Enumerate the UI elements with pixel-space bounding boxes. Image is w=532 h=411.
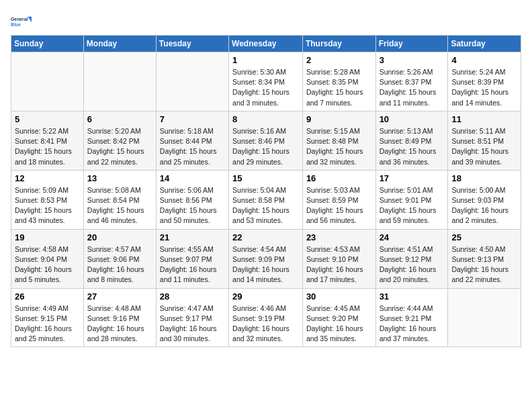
day-info: Sunrise: 5:24 AM Sunset: 8:39 PM Dayligh… xyxy=(451,67,517,108)
day-info: Sunrise: 5:28 AM Sunset: 8:35 PM Dayligh… xyxy=(306,67,372,108)
calendar-cell: 28Sunrise: 4:47 AM Sunset: 9:17 PM Dayli… xyxy=(156,288,228,347)
day-number: 18 xyxy=(451,173,517,183)
calendar-cell: 7Sunrise: 5:18 AM Sunset: 8:44 PM Daylig… xyxy=(156,111,228,170)
day-info: Sunrise: 4:50 AM Sunset: 9:13 PM Dayligh… xyxy=(451,244,517,285)
day-number: 29 xyxy=(232,291,299,302)
day-number: 31 xyxy=(380,291,445,302)
calendar-cell: 30Sunrise: 4:45 AM Sunset: 9:20 PM Dayli… xyxy=(302,288,375,347)
calendar-cell: 25Sunrise: 4:50 AM Sunset: 9:13 PM Dayli… xyxy=(448,229,521,288)
weekday-header-friday: Friday xyxy=(375,36,448,52)
day-info: Sunrise: 5:09 AM Sunset: 8:53 PM Dayligh… xyxy=(15,185,80,226)
weekday-header-thursday: Thursday xyxy=(302,36,375,52)
day-info: Sunrise: 4:45 AM Sunset: 9:20 PM Dayligh… xyxy=(306,304,372,345)
calendar-cell: 29Sunrise: 4:46 AM Sunset: 9:19 PM Dayli… xyxy=(229,288,303,347)
svg-marker-2 xyxy=(28,17,32,22)
weekday-header-saturday: Saturday xyxy=(448,36,521,52)
day-number: 22 xyxy=(232,232,299,242)
calendar-week-row: 12Sunrise: 5:09 AM Sunset: 8:53 PM Dayli… xyxy=(11,170,521,229)
day-info: Sunrise: 4:57 AM Sunset: 9:06 PM Dayligh… xyxy=(87,244,152,285)
day-info: Sunrise: 5:18 AM Sunset: 8:44 PM Dayligh… xyxy=(160,126,225,167)
day-info: Sunrise: 5:15 AM Sunset: 8:48 PM Dayligh… xyxy=(306,126,372,167)
calendar-cell: 17Sunrise: 5:01 AM Sunset: 9:01 PM Dayli… xyxy=(375,170,448,229)
calendar-cell: 10Sunrise: 5:13 AM Sunset: 8:49 PM Dayli… xyxy=(375,111,448,170)
logo: GeneralBlue xyxy=(11,11,32,32)
page-header: GeneralBlue xyxy=(11,11,521,32)
calendar-week-row: 5Sunrise: 5:22 AM Sunset: 8:41 PM Daylig… xyxy=(11,111,521,170)
day-info: Sunrise: 5:00 AM Sunset: 9:03 PM Dayligh… xyxy=(451,185,517,226)
day-number: 27 xyxy=(87,291,152,302)
day-number: 24 xyxy=(380,232,445,242)
day-number: 17 xyxy=(380,173,445,183)
calendar-cell: 9Sunrise: 5:15 AM Sunset: 8:48 PM Daylig… xyxy=(302,111,375,170)
day-info: Sunrise: 5:01 AM Sunset: 9:01 PM Dayligh… xyxy=(380,185,445,226)
calendar-cell xyxy=(448,288,521,347)
calendar-cell: 20Sunrise: 4:57 AM Sunset: 9:06 PM Dayli… xyxy=(83,229,156,288)
calendar-cell: 15Sunrise: 5:04 AM Sunset: 8:58 PM Dayli… xyxy=(229,170,303,229)
weekday-header-sunday: Sunday xyxy=(11,36,84,52)
day-number: 14 xyxy=(160,173,225,183)
day-number: 21 xyxy=(160,232,225,242)
day-number: 23 xyxy=(306,232,372,242)
day-number: 25 xyxy=(451,232,517,242)
day-info: Sunrise: 5:03 AM Sunset: 8:59 PM Dayligh… xyxy=(306,185,372,226)
calendar-cell: 26Sunrise: 4:49 AM Sunset: 9:15 PM Dayli… xyxy=(11,288,84,347)
calendar-cell: 14Sunrise: 5:06 AM Sunset: 8:56 PM Dayli… xyxy=(156,170,228,229)
svg-text:Blue: Blue xyxy=(11,22,21,27)
calendar-cell: 12Sunrise: 5:09 AM Sunset: 8:53 PM Dayli… xyxy=(11,170,84,229)
calendar-cell: 4Sunrise: 5:24 AM Sunset: 8:39 PM Daylig… xyxy=(448,52,521,111)
calendar-cell: 6Sunrise: 5:20 AM Sunset: 8:42 PM Daylig… xyxy=(83,111,156,170)
day-info: Sunrise: 5:13 AM Sunset: 8:49 PM Dayligh… xyxy=(380,126,445,167)
day-info: Sunrise: 4:49 AM Sunset: 9:15 PM Dayligh… xyxy=(15,304,80,345)
day-number: 28 xyxy=(160,291,225,302)
day-number: 2 xyxy=(306,55,372,65)
day-info: Sunrise: 5:16 AM Sunset: 8:46 PM Dayligh… xyxy=(232,126,299,167)
day-number: 26 xyxy=(15,291,80,302)
calendar-week-row: 26Sunrise: 4:49 AM Sunset: 9:15 PM Dayli… xyxy=(11,288,521,347)
day-number: 19 xyxy=(15,232,80,242)
day-number: 12 xyxy=(15,173,80,183)
day-info: Sunrise: 4:47 AM Sunset: 9:17 PM Dayligh… xyxy=(160,304,225,345)
calendar-table: SundayMondayTuesdayWednesdayThursdayFrid… xyxy=(11,35,521,347)
calendar-cell xyxy=(11,52,84,111)
day-info: Sunrise: 5:04 AM Sunset: 8:58 PM Dayligh… xyxy=(232,185,299,226)
calendar-cell: 8Sunrise: 5:16 AM Sunset: 8:46 PM Daylig… xyxy=(229,111,303,170)
day-number: 9 xyxy=(306,114,372,124)
day-info: Sunrise: 5:30 AM Sunset: 8:34 PM Dayligh… xyxy=(232,67,299,108)
day-info: Sunrise: 5:08 AM Sunset: 8:54 PM Dayligh… xyxy=(87,185,152,226)
day-number: 6 xyxy=(87,114,152,124)
logo-icon: GeneralBlue xyxy=(11,11,32,32)
day-number: 11 xyxy=(451,114,517,124)
calendar-cell: 22Sunrise: 4:54 AM Sunset: 9:09 PM Dayli… xyxy=(229,229,303,288)
day-number: 20 xyxy=(87,232,152,242)
svg-text:General: General xyxy=(11,17,28,21)
weekday-header-monday: Monday xyxy=(83,36,156,52)
day-info: Sunrise: 5:26 AM Sunset: 8:37 PM Dayligh… xyxy=(380,67,445,108)
calendar-cell: 31Sunrise: 4:44 AM Sunset: 9:21 PM Dayli… xyxy=(375,288,448,347)
day-number: 30 xyxy=(306,291,372,302)
calendar-cell xyxy=(156,52,228,111)
calendar-cell: 2Sunrise: 5:28 AM Sunset: 8:35 PM Daylig… xyxy=(302,52,375,111)
day-number: 7 xyxy=(160,114,225,124)
day-number: 10 xyxy=(380,114,445,124)
day-number: 4 xyxy=(451,55,517,65)
weekday-header-wednesday: Wednesday xyxy=(229,36,303,52)
day-info: Sunrise: 5:11 AM Sunset: 8:51 PM Dayligh… xyxy=(451,126,517,167)
day-number: 3 xyxy=(380,55,445,65)
weekday-header-tuesday: Tuesday xyxy=(156,36,228,52)
day-info: Sunrise: 4:54 AM Sunset: 9:09 PM Dayligh… xyxy=(232,244,299,285)
calendar-week-row: 19Sunrise: 4:58 AM Sunset: 9:04 PM Dayli… xyxy=(11,229,521,288)
day-number: 13 xyxy=(87,173,152,183)
calendar-cell: 19Sunrise: 4:58 AM Sunset: 9:04 PM Dayli… xyxy=(11,229,84,288)
calendar-cell: 16Sunrise: 5:03 AM Sunset: 8:59 PM Dayli… xyxy=(302,170,375,229)
calendar-cell: 27Sunrise: 4:48 AM Sunset: 9:16 PM Dayli… xyxy=(83,288,156,347)
day-info: Sunrise: 4:51 AM Sunset: 9:12 PM Dayligh… xyxy=(380,244,445,285)
day-info: Sunrise: 5:22 AM Sunset: 8:41 PM Dayligh… xyxy=(15,126,80,167)
day-number: 5 xyxy=(15,114,80,124)
day-info: Sunrise: 4:46 AM Sunset: 9:19 PM Dayligh… xyxy=(232,304,299,345)
calendar-cell: 21Sunrise: 4:55 AM Sunset: 9:07 PM Dayli… xyxy=(156,229,228,288)
calendar-cell: 5Sunrise: 5:22 AM Sunset: 8:41 PM Daylig… xyxy=(11,111,84,170)
calendar-cell: 1Sunrise: 5:30 AM Sunset: 8:34 PM Daylig… xyxy=(229,52,303,111)
day-info: Sunrise: 4:58 AM Sunset: 9:04 PM Dayligh… xyxy=(15,244,80,285)
day-info: Sunrise: 4:53 AM Sunset: 9:10 PM Dayligh… xyxy=(306,244,372,285)
calendar-cell: 13Sunrise: 5:08 AM Sunset: 8:54 PM Dayli… xyxy=(83,170,156,229)
